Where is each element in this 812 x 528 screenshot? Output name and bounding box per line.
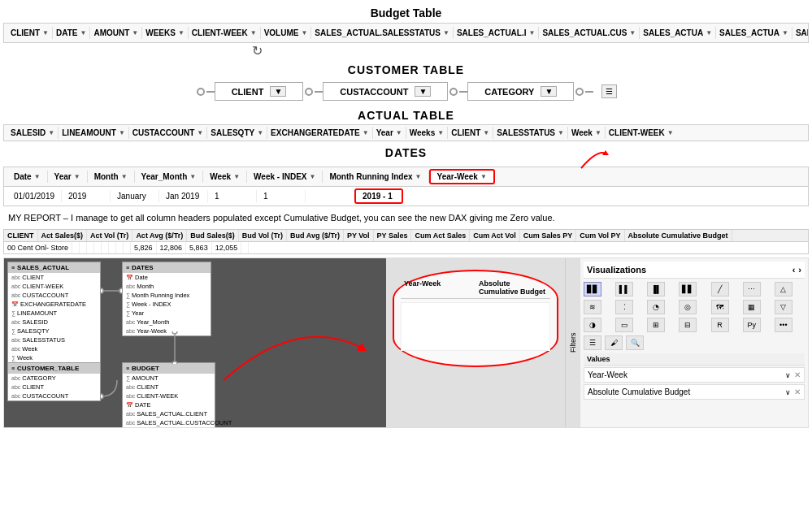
viz-field-expand2[interactable]: ∨ — [785, 388, 791, 396]
viz-icon-pie[interactable]: ◔ — [647, 300, 665, 314]
actual-col-clientweek[interactable]: CLIENT-WEEK ▼ — [606, 127, 677, 139]
viz-field-expand[interactable]: ∨ — [785, 371, 791, 379]
actual-col-weeks[interactable]: Weeks ▼ — [406, 127, 448, 139]
dropdown-arrow[interactable]: ▼ — [197, 129, 203, 136]
dropdown-arrow[interactable]: ▼ — [595, 129, 601, 136]
actual-col-client[interactable]: CLIENT ▼ — [448, 127, 493, 139]
viz-icon-format[interactable]: 🖌 — [605, 335, 623, 350]
dropdown-arrow[interactable]: ▼ — [415, 173, 422, 180]
dropdown-arrow[interactable]: ▼ — [121, 173, 128, 180]
dropdown-arrow[interactable]: ▼ — [178, 29, 185, 37]
dropdown-arrow[interactable]: ▼ — [74, 173, 80, 180]
viz-icon-stacked-bar[interactable]: ▌▌ — [615, 282, 633, 296]
actual-col-salesstatus[interactable]: SALESSTATUS ▼ — [493, 127, 568, 139]
viz-icon-cluster-bar[interactable]: ▐▌ — [647, 282, 665, 296]
dates-col-monthrunning[interactable]: Month Running Index ▼ — [323, 171, 428, 183]
viz-icon-table[interactable]: ⊞ — [647, 318, 665, 332]
dropdown-arrow[interactable]: ▼ — [270, 86, 286, 97]
budget-col-date[interactable]: DATE ▼ — [53, 27, 90, 39]
viz-icon-donut[interactable]: ◎ — [679, 300, 697, 314]
refresh-icon[interactable]: ↻ — [0, 43, 812, 58]
dates-col-week[interactable]: Week ▼ — [203, 171, 247, 183]
budget-col-weeks[interactable]: WEEKS ▼ — [142, 27, 189, 39]
dropdown-arrow[interactable]: ▼ — [250, 29, 257, 37]
budget-col-salesi[interactable]: SALES_ACTUAL.I ▼ — [454, 27, 539, 39]
viz-icon-funnel[interactable]: ▽ — [775, 300, 792, 314]
viz-back-icon[interactable]: ‹ — [792, 265, 796, 275]
actual-col-salesid[interactable]: SALESID ▼ — [7, 127, 59, 139]
dropdown-arrow[interactable]: ▼ — [558, 129, 564, 136]
budget-col-amount[interactable]: AMOUNT ▼ — [90, 27, 142, 39]
actual-col-custaccount[interactable]: CUSTACCOUNT ▼ — [129, 127, 207, 139]
dropdown-arrow[interactable]: ▼ — [257, 129, 263, 136]
budget-col-client[interactable]: CLIENT ▼ — [7, 27, 53, 39]
dropdown-arrow[interactable]: ▼ — [119, 129, 125, 136]
dropdown-arrow[interactable]: ▼ — [309, 173, 315, 180]
dropdown-arrow[interactable]: ▼ — [48, 129, 54, 136]
viz-field-remove-yearweek[interactable]: ✕ — [794, 370, 801, 379]
viz-icon-stacked-area[interactable]: ≋ — [584, 300, 601, 314]
actual-col-year[interactable]: Year ▼ — [373, 127, 406, 139]
dropdown-arrow[interactable]: ▼ — [233, 173, 240, 180]
budget-col-salesstatus[interactable]: SALES_ACTUAL.SALESSTATUS ▼ — [311, 27, 454, 39]
dropdown-arrow[interactable]: ▼ — [189, 173, 196, 180]
viz-icon-map[interactable]: 🗺 — [711, 300, 729, 314]
dropdown-arrow[interactable]: ▼ — [363, 129, 369, 136]
dates-col-month[interactable]: Month ▼ — [88, 171, 135, 183]
viz-icon-scatter[interactable]: ⁚ — [615, 300, 633, 314]
dropdown-arrow[interactable]: ▼ — [483, 129, 489, 136]
viz-icon-treemap[interactable]: ▦ — [743, 300, 761, 314]
dropdown-arrow[interactable]: ▼ — [706, 29, 712, 37]
viz-icon-r[interactable]: R — [711, 318, 729, 332]
budget-col-salesactualc[interactable]: SALES_ACTUAL.C ▼ — [792, 27, 809, 39]
viz-icon-area[interactable]: △ — [775, 282, 792, 296]
dropdown-arrow[interactable]: ▼ — [629, 29, 636, 37]
dropdown-arrow[interactable]: ▼ — [528, 29, 535, 37]
actual-col-week[interactable]: Week ▼ — [568, 127, 606, 139]
dropdown-arrow[interactable]: ▼ — [667, 129, 674, 136]
customer-col-client[interactable]: CLIENT ▼ — [215, 82, 304, 101]
actual-col-salesqty[interactable]: SALESQTY ▼ — [207, 127, 267, 139]
dropdown-arrow[interactable]: ▼ — [437, 129, 444, 136]
actual-col-lineamount[interactable]: LINEAMOUNT ▼ — [59, 127, 129, 139]
dropdown-arrow[interactable]: ▼ — [415, 86, 431, 97]
dropdown-arrow[interactable]: ▼ — [34, 173, 41, 180]
filters-tab[interactable]: Filters — [565, 258, 580, 427]
dates-col-yearmonth[interactable]: Year_Month ▼ — [135, 171, 204, 183]
dropdown-arrow[interactable]: ▼ — [480, 173, 487, 180]
dates-col-date[interactable]: Date ▼ — [7, 171, 48, 183]
viz-field-remove-abscumbud[interactable]: ✕ — [794, 387, 801, 396]
dropdown-arrow[interactable]: ▼ — [782, 29, 788, 37]
filter-icon[interactable]: ☰ — [601, 84, 617, 98]
budget-col-salesactua1[interactable]: SALES_ACTUA ▼ — [640, 27, 716, 39]
dropdown-arrow[interactable]: ▼ — [301, 29, 307, 37]
budget-col-salesactua2[interactable]: SALES_ACTUA ▼ — [716, 27, 792, 39]
dropdown-arrow[interactable]: ▼ — [443, 29, 449, 37]
viz-icon-matrix[interactable]: ⊟ — [679, 318, 697, 332]
viz-icon-line[interactable]: ╱ — [711, 282, 729, 296]
viz-icon-card[interactable]: ▭ — [615, 318, 633, 332]
customer-col-category[interactable]: CATEGORY ▼ — [467, 82, 574, 101]
viz-icon-bar[interactable]: ▊▊ — [584, 282, 601, 296]
viz-field-yearweek[interactable]: Year-Week ∨ ✕ — [584, 367, 805, 383]
viz-icon-line-point[interactable]: ⋯ — [743, 282, 761, 296]
viz-forward-icon[interactable]: › — [798, 265, 801, 275]
budget-col-volume[interactable]: VOLUME ▼ — [261, 27, 312, 39]
viz-icon-gauge[interactable]: ◑ — [584, 318, 601, 332]
dropdown-arrow[interactable]: ▼ — [396, 129, 402, 136]
dropdown-arrow[interactable]: ▼ — [132, 29, 138, 37]
viz-icon-analytics[interactable]: 🔍 — [626, 335, 644, 350]
budget-col-salescus[interactable]: SALES_ACTUAL.CUS ▼ — [539, 27, 640, 39]
actual-col-exchangeratedate[interactable]: EXCHANGERATEDATE ▼ — [267, 127, 373, 139]
dates-col-weekindex[interactable]: Week - INDEX ▼ — [247, 171, 323, 183]
viz-icon-more[interactable]: ••• — [775, 318, 792, 332]
dates-col-year[interactable]: Year ▼ — [48, 171, 88, 183]
customer-col-custaccount[interactable]: CUSTACCOUNT ▼ — [323, 82, 448, 101]
viz-field-abscumbud[interactable]: Absolute Cumulative Budget ∨ ✕ — [584, 384, 805, 400]
viz-icon-100-bar[interactable]: ▋▋ — [679, 282, 697, 296]
budget-col-clientweek[interactable]: CLIENT-WEEK ▼ — [189, 27, 261, 39]
dropdown-arrow[interactable]: ▼ — [42, 29, 49, 37]
viz-icon-fields[interactable]: ☰ — [584, 335, 601, 350]
dropdown-arrow[interactable]: ▼ — [80, 29, 87, 37]
dates-col-yearweek[interactable]: Year-Week ▼ — [429, 169, 495, 184]
